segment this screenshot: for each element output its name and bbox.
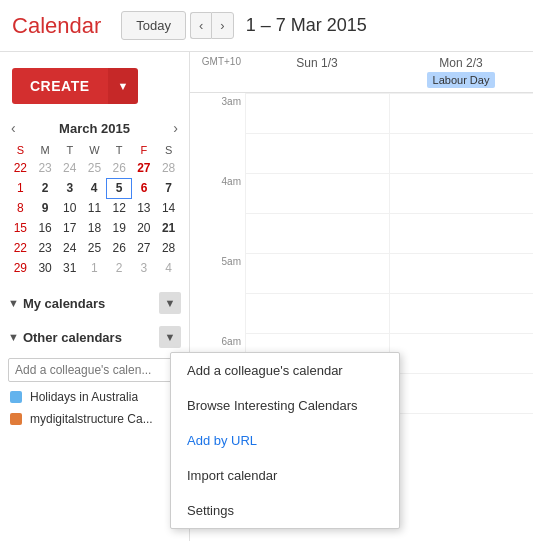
other-cal-title: Other calendars (23, 330, 159, 345)
add-colleague-input[interactable] (8, 358, 181, 382)
mini-cal-day[interactable]: 21 (156, 218, 181, 238)
dropdown-menu-item[interactable]: Import calendar (171, 458, 399, 493)
dropdown-menu-item[interactable]: Add a colleague's calendar (171, 353, 399, 388)
gmt-label: GMT+10 (190, 52, 245, 92)
mini-cal-day[interactable]: 31 (57, 258, 82, 278)
time-label (190, 213, 245, 253)
day-header-sun1: Sun 1/3 (245, 52, 389, 92)
mini-cal-day[interactable]: 2 (33, 178, 58, 198)
grid-cell[interactable] (245, 214, 389, 253)
grid-row (245, 173, 533, 213)
mini-cal-day[interactable]: 9 (33, 198, 58, 218)
mini-cal-day[interactable]: 4 (82, 178, 107, 198)
grid-cell[interactable] (245, 94, 389, 133)
app-header: Calendar Today ‹ › 1 – 7 Mar 2015 (0, 0, 533, 52)
grid-cell[interactable] (389, 334, 533, 373)
mini-cal-day[interactable]: 13 (132, 198, 157, 218)
mini-cal-day[interactable]: 22 (8, 238, 33, 258)
mini-cal-day[interactable]: 19 (107, 218, 132, 238)
mini-cal-day[interactable]: 24 (57, 158, 82, 178)
grid-cell[interactable] (389, 214, 533, 253)
mini-cal-day[interactable]: 26 (107, 158, 132, 178)
grid-cell[interactable] (389, 94, 533, 133)
mini-cal-day[interactable]: 11 (82, 198, 107, 218)
time-label (190, 133, 245, 173)
mini-cal-day[interactable]: 7 (156, 178, 181, 198)
other-calendars-section[interactable]: ▼ Other calendars ▼ (0, 320, 189, 354)
mini-cal-day[interactable]: 16 (33, 218, 58, 238)
grid-cell[interactable] (389, 414, 533, 453)
mini-cal-day[interactable]: 20 (132, 218, 157, 238)
mini-cal-day[interactable]: 3 (57, 178, 82, 198)
time-label: 3am (190, 93, 245, 133)
grid-cell[interactable] (389, 174, 533, 213)
dropdown-menu-item[interactable]: Settings (171, 493, 399, 528)
calendar-item[interactable]: Holidays in Australia (0, 386, 189, 408)
mini-cal-day[interactable]: 17 (57, 218, 82, 238)
mini-cal-day[interactable]: 10 (57, 198, 82, 218)
day-label-mon2: Mon 2/3 (389, 56, 533, 70)
mini-cal-day[interactable]: 5 (107, 178, 132, 198)
labour-day-badge: Labour Day (427, 72, 496, 88)
day-header-sat: S (156, 142, 181, 158)
mini-cal-day[interactable]: 1 (82, 258, 107, 278)
mini-cal-day[interactable]: 3 (132, 258, 157, 278)
calendar-item[interactable]: mydigitalstructure Ca... (0, 408, 189, 430)
mini-cal-day[interactable]: 8 (8, 198, 33, 218)
grid-row (245, 253, 533, 293)
mini-cal-day[interactable]: 14 (156, 198, 181, 218)
mini-cal-day[interactable]: 6 (132, 178, 157, 198)
mini-cal-day[interactable]: 24 (57, 238, 82, 258)
dropdown-menu-item[interactable]: Add by URL (171, 423, 399, 458)
mini-prev-button[interactable]: ‹ (8, 120, 19, 136)
mini-cal-day[interactable]: 28 (156, 238, 181, 258)
grid-row (245, 93, 533, 133)
day-header-fri: F (132, 142, 157, 158)
my-calendars-section[interactable]: ▼ My calendars ▼ (0, 286, 189, 320)
other-cal-settings-button[interactable]: ▼ (159, 326, 181, 348)
mini-cal-day[interactable]: 23 (33, 238, 58, 258)
mini-cal-day[interactable]: 4 (156, 258, 181, 278)
my-cal-settings-button[interactable]: ▼ (159, 292, 181, 314)
mini-cal-day[interactable]: 23 (33, 158, 58, 178)
calendar-color-dot (10, 413, 22, 425)
mini-cal-day[interactable]: 2 (107, 258, 132, 278)
grid-row (245, 133, 533, 173)
mini-cal-day[interactable]: 26 (107, 238, 132, 258)
grid-cell[interactable] (245, 294, 389, 333)
mini-cal-day[interactable]: 1 (8, 178, 33, 198)
mini-cal-day[interactable]: 25 (82, 158, 107, 178)
grid-cell[interactable] (389, 294, 533, 333)
grid-cell[interactable] (389, 374, 533, 413)
mini-cal-day[interactable]: 15 (8, 218, 33, 238)
date-range: 1 – 7 Mar 2015 (246, 15, 367, 36)
next-button[interactable]: › (211, 12, 233, 39)
calendar-name: Holidays in Australia (30, 390, 138, 404)
prev-button[interactable]: ‹ (190, 12, 211, 39)
mini-next-button[interactable]: › (170, 120, 181, 136)
grid-cell[interactable] (245, 254, 389, 293)
grid-cell[interactable] (389, 254, 533, 293)
mini-cal-table: S M T W T F S 22232425262728123456789101… (8, 142, 181, 278)
calendar-name: mydigitalstructure Ca... (30, 412, 153, 426)
create-button[interactable]: CREATE (12, 68, 108, 104)
mini-cal-day[interactable]: 25 (82, 238, 107, 258)
today-button[interactable]: Today (121, 11, 186, 40)
create-dropdown-button[interactable]: ▼ (108, 68, 139, 104)
mini-cal-day[interactable]: 12 (107, 198, 132, 218)
grid-cell[interactable] (245, 174, 389, 213)
mini-cal-day[interactable]: 29 (8, 258, 33, 278)
mini-cal-day[interactable]: 27 (132, 238, 157, 258)
grid-cell[interactable] (389, 134, 533, 173)
mini-cal-day[interactable]: 28 (156, 158, 181, 178)
title-c: C (12, 13, 28, 38)
day-header-mon2: Mon 2/3 Labour Day (389, 52, 533, 92)
dropdown-menu-item[interactable]: Browse Interesting Calendars (171, 388, 399, 423)
mini-cal-day[interactable]: 18 (82, 218, 107, 238)
mini-cal-day[interactable]: 27 (132, 158, 157, 178)
mini-cal-day[interactable]: 30 (33, 258, 58, 278)
grid-cell[interactable] (245, 134, 389, 173)
mini-cal-day[interactable]: 22 (8, 158, 33, 178)
day-headers: GMT+10 Sun 1/3 Mon 2/3 Labour Day (190, 52, 533, 93)
time-label (190, 293, 245, 333)
